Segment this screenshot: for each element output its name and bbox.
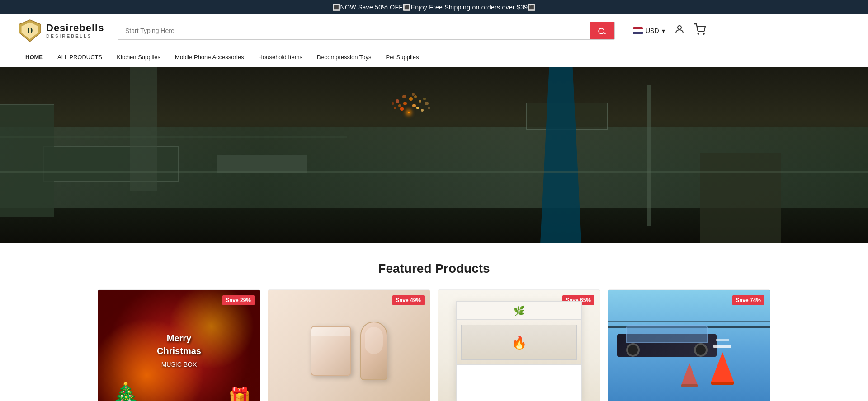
svg-point-5 xyxy=(703,33,704,34)
currency-selector[interactable]: USD ▾ xyxy=(633,27,665,34)
logo[interactable]: D Desirebells DESIREBELLS xyxy=(18,19,108,42)
nav-kitchen-supplies[interactable]: Kitchen Supplies xyxy=(109,47,168,67)
nav-pet-supplies[interactable]: Pet Supplies xyxy=(379,47,426,67)
search-input[interactable] xyxy=(118,23,590,39)
main-nav: HOME ALL PRODUCTS Kitchen Supplies Mobil… xyxy=(0,47,868,67)
svg-text:D: D xyxy=(27,26,33,35)
nav-home[interactable]: HOME xyxy=(18,47,50,67)
search-icon xyxy=(598,27,606,35)
logo-brand-name: Desirebells xyxy=(46,23,104,33)
header: D Desirebells DESIREBELLS USD ▾ xyxy=(0,14,868,47)
product-image-1: 🎄 🎁 MerryChristmasMUSIC BOX xyxy=(98,290,260,401)
product-card-4[interactable]: Save 74% xyxy=(608,289,770,401)
featured-products-title: Featured Products xyxy=(9,261,859,276)
product-card-2[interactable]: Save 49% xyxy=(268,289,430,401)
product-image-3: 🌿 🔥 xyxy=(438,290,600,401)
product-image-4 xyxy=(608,290,770,401)
shopping-cart-icon xyxy=(694,23,706,35)
banner-text: 🔳NOW Save 50% OFF🔳Enjoy Free Shipping on… xyxy=(332,4,535,11)
product-badge-1: Save 29% xyxy=(222,295,255,305)
us-flag-icon xyxy=(633,27,643,34)
nav-decompression-toys[interactable]: Decompression Toys xyxy=(310,47,378,67)
currency-chevron-icon: ▾ xyxy=(662,27,665,34)
header-right: USD ▾ xyxy=(633,23,706,38)
nav-mobile-phone-accessories[interactable]: Mobile Phone Accessories xyxy=(168,47,251,67)
product-image-2 xyxy=(268,290,430,401)
search-area xyxy=(118,22,615,40)
svg-point-3 xyxy=(678,26,681,29)
product-card-1[interactable]: 🎄 🎁 MerryChristmasMUSIC BOX Save 29% xyxy=(98,289,260,401)
logo-shield-icon: D xyxy=(18,19,42,42)
nav-household-items[interactable]: Household Items xyxy=(251,47,310,67)
svg-point-4 xyxy=(698,33,698,34)
currency-label: USD xyxy=(646,27,659,34)
featured-products-section: Featured Products 🎄 🎁 MerryChristmasMUSI… xyxy=(0,243,868,401)
top-banner: 🔳NOW Save 50% OFF🔳Enjoy Free Shipping on… xyxy=(0,0,868,14)
products-grid: 🎄 🎁 MerryChristmasMUSIC BOX Save 29% xyxy=(9,289,859,401)
product-card-3[interactable]: 🌿 🔥 Save 65% xyxy=(438,289,600,401)
product-badge-2: Save 49% xyxy=(392,295,425,305)
account-icon[interactable] xyxy=(674,24,685,37)
product-badge-4: Save 74% xyxy=(732,295,764,305)
logo-text: Desirebells DESIREBELLS xyxy=(46,23,104,38)
hero-background xyxy=(0,67,868,243)
user-icon xyxy=(674,24,685,35)
cart-icon[interactable] xyxy=(694,23,706,38)
logo-sub-name: DESIREBELLS xyxy=(46,34,104,39)
nav-all-products[interactable]: ALL PRODUCTS xyxy=(50,47,109,67)
search-button[interactable] xyxy=(590,22,614,39)
hero-banner xyxy=(0,67,868,243)
xmas-text: MerryChristmasMUSIC BOX xyxy=(157,332,201,370)
